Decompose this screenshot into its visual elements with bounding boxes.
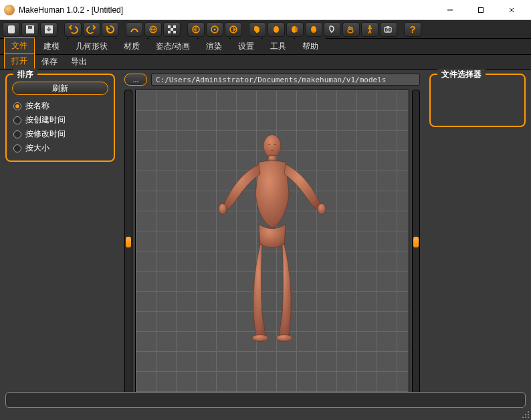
status-box (5, 392, 526, 408)
svg-rect-9 (168, 31, 171, 33)
radio-icon (13, 144, 21, 152)
svg-point-17 (295, 27, 298, 32)
tab-modelling[interactable]: 建模 (36, 38, 67, 54)
svg-rect-19 (312, 31, 315, 33)
viewport-wrap (120, 90, 424, 395)
radio-icon (13, 130, 21, 138)
radio-label: 按大小 (25, 142, 49, 154)
camera-front-icon[interactable] (206, 22, 223, 37)
center-panel: ... C:/Users/Administrator/Documents/mak… (120, 70, 424, 399)
head-front-icon[interactable] (268, 22, 285, 37)
svg-point-26 (219, 203, 227, 214)
window-titlebar: MakeHuman 1.0.2 - [Untitled] (0, 0, 531, 20)
sort-by-modified[interactable]: 按修改时间 (12, 127, 108, 141)
pathbar: ... C:/Users/Administrator/Documents/mak… (120, 74, 424, 90)
left-vertical-slider[interactable] (124, 90, 132, 395)
tab-material[interactable]: 材质 (116, 38, 147, 54)
new-file-icon[interactable] (3, 22, 20, 37)
camera-left-icon[interactable] (187, 22, 205, 37)
redo-icon[interactable] (83, 22, 100, 37)
svg-rect-6 (168, 25, 171, 28)
3d-viewport[interactable] (135, 90, 409, 395)
svg-point-28 (252, 334, 268, 341)
help-icon[interactable]: ? (404, 22, 421, 37)
minimize-button[interactable] (435, 0, 465, 20)
dir-up-button[interactable]: ... (124, 74, 147, 86)
maximize-button[interactable] (465, 0, 496, 20)
slider-handle[interactable] (126, 237, 131, 247)
sort-legend: 排序 (13, 69, 37, 80)
sort-by-name[interactable]: 按名称 (12, 99, 108, 113)
subtab-save[interactable]: 保存 (35, 55, 64, 69)
svg-point-22 (387, 28, 389, 31)
undo-icon[interactable] (64, 22, 82, 37)
sort-by-created[interactable]: 按创建时间 (12, 113, 108, 127)
window-title: MakeHuman 1.0.2 - [Untitled] (19, 5, 435, 15)
sort-by-size[interactable]: 按大小 (12, 141, 108, 155)
svg-rect-1 (8, 25, 15, 33)
right-panel: 文件选择器 (424, 70, 531, 399)
tab-tools[interactable]: 工具 (263, 38, 294, 54)
globe-icon[interactable] (144, 22, 162, 37)
svg-rect-8 (171, 28, 173, 31)
subtab-open[interactable]: 打开 (4, 54, 35, 69)
head-side-icon[interactable] (249, 22, 266, 37)
save-icon[interactable] (21, 22, 39, 37)
path-field[interactable]: C:/Users/Administrator/Documents/makehum… (151, 74, 420, 86)
svg-rect-0 (479, 7, 484, 12)
checker-icon[interactable] (163, 22, 181, 37)
window-controls (435, 0, 527, 20)
status-bar (0, 389, 531, 411)
head-back-icon[interactable] (305, 22, 322, 37)
app-icon (4, 5, 15, 15)
tab-file[interactable]: 文件 (4, 37, 35, 54)
radio-icon (13, 102, 21, 110)
slider-handle[interactable] (413, 237, 419, 247)
sort-groupbox: 排序 刷新 按名称 按创建时间 按修改时间 按大小 (5, 74, 115, 162)
radio-label: 按修改时间 (25, 128, 66, 140)
svg-rect-3 (28, 26, 32, 29)
ear-icon[interactable] (324, 22, 341, 37)
main-tabs: 文件 建模 几何形状 材质 姿态/动画 渲染 设置 工具 帮助 (0, 39, 531, 55)
main-toolbar: ? (0, 20, 531, 39)
left-panel: 排序 刷新 按名称 按创建时间 按修改时间 按大小 (0, 70, 120, 399)
right-vertical-slider[interactable] (412, 90, 420, 395)
tab-help[interactable]: 帮助 (295, 38, 326, 54)
body-icon[interactable] (361, 22, 379, 37)
radio-label: 按名称 (25, 100, 49, 112)
tab-geometry[interactable]: 几何形状 (68, 38, 115, 54)
head-34-icon[interactable] (286, 22, 304, 37)
svg-point-29 (276, 334, 292, 341)
sub-tabs: 打开 保存 导出 (0, 55, 531, 70)
human-figure (199, 127, 346, 348)
svg-rect-7 (173, 25, 176, 28)
svg-point-27 (318, 203, 326, 214)
svg-point-20 (369, 25, 371, 27)
camera-icon[interactable] (380, 22, 397, 37)
hands-icon[interactable] (342, 22, 360, 37)
export-icon[interactable] (40, 22, 58, 37)
pose-icon[interactable] (126, 22, 143, 37)
main-area: 排序 刷新 按名称 按创建时间 按修改时间 按大小 ... C:/Users (0, 70, 531, 399)
refresh-button[interactable]: 刷新 (12, 82, 108, 95)
tab-pose-anim[interactable]: 姿态/动画 (148, 38, 197, 54)
resize-grip[interactable] (522, 411, 530, 419)
svg-point-13 (214, 28, 216, 30)
close-button[interactable] (496, 0, 527, 20)
svg-rect-23 (387, 26, 389, 27)
file-selector-groupbox: 文件选择器 (429, 74, 526, 127)
tab-render[interactable]: 渲染 (199, 38, 229, 54)
subtab-export[interactable]: 导出 (64, 55, 94, 69)
tab-settings[interactable]: 设置 (231, 38, 261, 54)
svg-rect-10 (173, 31, 176, 33)
refresh-icon[interactable] (102, 22, 119, 37)
radio-icon (13, 116, 21, 124)
camera-right-icon[interactable] (225, 22, 242, 37)
file-selector-legend: 文件选择器 (437, 69, 486, 80)
svg-point-15 (274, 26, 279, 33)
svg-point-24 (263, 134, 281, 157)
radio-label: 按创建时间 (25, 114, 66, 126)
